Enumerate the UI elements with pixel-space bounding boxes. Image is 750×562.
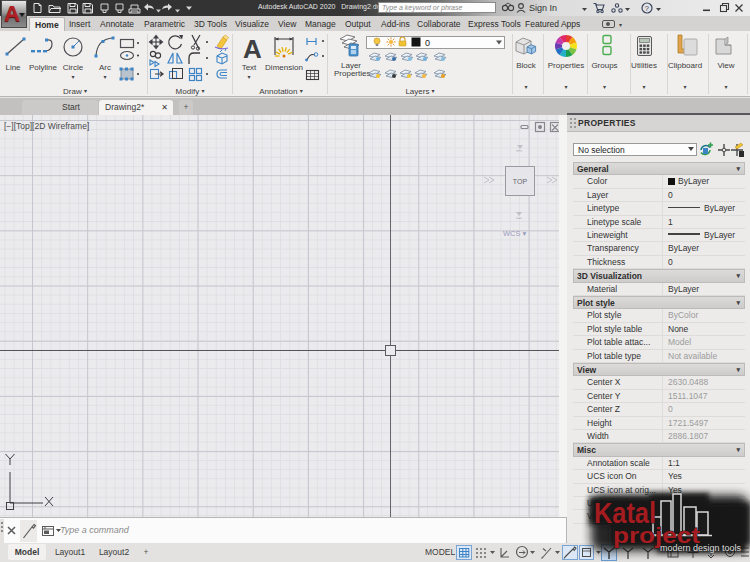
svg-text:?: ? bbox=[645, 4, 650, 13]
svg-text:A: A bbox=[243, 34, 262, 64]
svg-text:0: 0 bbox=[425, 38, 430, 48]
